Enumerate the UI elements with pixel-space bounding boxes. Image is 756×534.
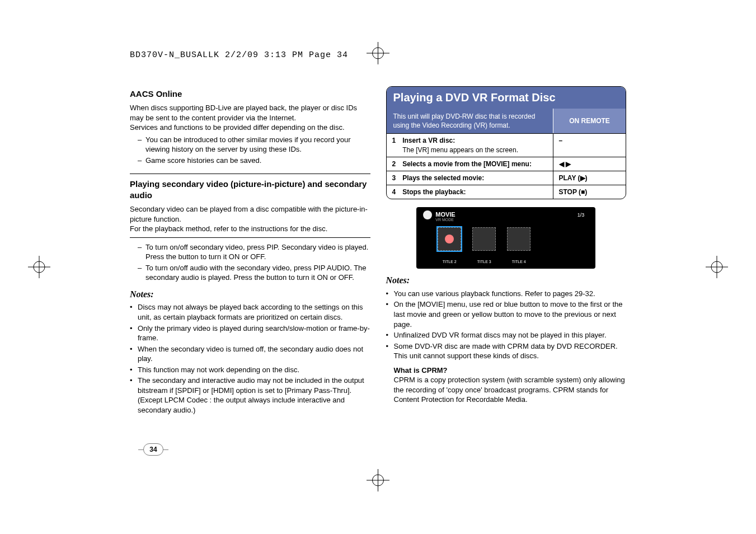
- table-row: 2 Selects a movie from the [MOVIE] menu:…: [387, 157, 626, 171]
- movie-menu-screenshot: MOVIE VR MODE 1/3 TITLE 2 TITLE 3 TITLE …: [416, 207, 595, 269]
- thumb-title: TITLE 2: [438, 259, 461, 264]
- screenshot-thumbs: [438, 227, 574, 253]
- pip-list: To turn on/off secondary video, press PI…: [130, 242, 370, 283]
- step-label-text: Selects a movie from the [MOVIE] menu:: [402, 160, 532, 168]
- note-item: Some DVD-VR disc are made with CPRM data…: [386, 341, 627, 361]
- right-column: Playing a DVD VR Format Disc This unit w…: [386, 84, 627, 419]
- steps-table: 1 Insert a VR disc: The [VR] menu appear…: [387, 133, 626, 199]
- screenshot-subtitle: VR MODE: [435, 217, 454, 222]
- table-row: 3 Plays the selected movie: PLAY (▶): [387, 171, 626, 185]
- step-remote: STOP (■): [553, 185, 626, 199]
- heading-aacs: AACS Online: [130, 88, 370, 100]
- step-sub: The [VR] menu appears on the screen.: [402, 146, 547, 154]
- step-remote: PLAY (▶): [553, 171, 626, 185]
- screenshot-pager: 1/3: [577, 212, 585, 218]
- step-remote: –: [553, 134, 626, 157]
- thumb-icon: [472, 227, 496, 251]
- notes-list-right: You can use various playback functions. …: [386, 289, 627, 361]
- pip-p2: For the playback method, refer to the in…: [130, 224, 370, 234]
- pip-intro: Secondary video can be played from a dis…: [130, 204, 370, 238]
- notes-heading-right: Notes:: [386, 274, 627, 287]
- table-row: 1 Insert a VR disc: The [VR] menu appear…: [387, 134, 626, 157]
- aacs-list-item: Game score histories can be saved.: [138, 156, 370, 166]
- running-head: BD370V-N_BUSALLK 2/2/09 3:13 PM Page 34: [130, 50, 348, 60]
- thumb-icon: [438, 227, 461, 251]
- pip-list-item: To turn on/off audio with the secondary …: [138, 263, 370, 283]
- pip-p1: Secondary video can be played from a dis…: [130, 204, 370, 224]
- procedure-panel: Playing a DVD VR Format Disc This unit w…: [386, 86, 627, 199]
- aacs-intro: When discs supporting BD-Live are played…: [130, 103, 370, 174]
- notes-list-left: Discs may not always be played back acco…: [130, 302, 370, 415]
- note-item: Unfinalized DVD VR format discs may not …: [386, 330, 627, 340]
- note-item: Only the primary video is played during …: [130, 324, 370, 343]
- note-item: You can use various playback functions. …: [386, 289, 627, 299]
- aacs-p1: When discs supporting BD-Live are played…: [130, 103, 370, 123]
- thumb-title: TITLE 4: [507, 259, 530, 264]
- step-label: Stops the playback:: [397, 185, 553, 199]
- step-index: 4: [387, 185, 397, 199]
- disc-icon: [423, 210, 432, 219]
- page-number: 34: [143, 443, 163, 456]
- table-row: 4 Stops the playback: STOP (■): [387, 185, 626, 199]
- left-column: AACS Online When discs supporting BD-Liv…: [130, 84, 370, 419]
- step-label-text: Stops the playback:: [402, 188, 466, 196]
- heading-pip: Playing secondary video (picture-in-pict…: [130, 179, 370, 202]
- screenshot-titles: TITLE 2 TITLE 3 TITLE 4: [438, 259, 574, 264]
- panel-title: Playing a DVD VR Format Disc: [387, 87, 626, 109]
- thumb-icon: [507, 227, 530, 251]
- panel-on-remote: ON REMOTE: [553, 109, 626, 133]
- aacs-p2: Services and functions to be provided di…: [130, 123, 370, 133]
- panel-sub-text: This unit will play DVD-RW disc that is …: [387, 109, 553, 133]
- step-label-text: Insert a VR disc:: [402, 137, 455, 144]
- cprm-heading: What is CPRM?: [394, 366, 627, 376]
- note-item: Discs may not always be played back acco…: [130, 302, 370, 322]
- step-label: Plays the selected movie:: [397, 171, 553, 185]
- step-index: 1: [387, 134, 397, 157]
- content-area: AACS Online When discs supporting BD-Liv…: [130, 84, 626, 419]
- aacs-list: You can be introduced to other similar m…: [130, 135, 370, 166]
- svg-point-0: [373, 48, 384, 59]
- panel-subhead: This unit will play DVD-RW disc that is …: [387, 109, 626, 133]
- notes-heading-left: Notes:: [130, 288, 370, 301]
- step-remote: ◀ ▶: [553, 157, 626, 171]
- aacs-list-item: You can be introduced to other similar m…: [138, 135, 370, 154]
- step-index: 2: [387, 157, 397, 171]
- cprm-body: CPRM is a copy protection system (with s…: [394, 375, 627, 405]
- note-item: This function may not work depending on …: [130, 365, 370, 375]
- step-label: Selects a movie from the [MOVIE] menu:: [397, 157, 553, 171]
- cprm-block: What is CPRM? CPRM is a copy protection …: [386, 366, 627, 405]
- svg-point-3: [373, 475, 384, 486]
- thumb-title: TITLE 3: [472, 259, 496, 264]
- note-item: On the [MOVIE] menu, use red or blue but…: [386, 299, 627, 329]
- note-item: The secondary and interactive audio may …: [130, 376, 370, 415]
- svg-point-9: [711, 261, 722, 273]
- note-item: When the secondary video is turned off, …: [130, 344, 370, 364]
- pip-list-item: To turn on/off secondary video, press PI…: [138, 242, 370, 262]
- step-index: 3: [387, 171, 397, 185]
- step-label-text: Plays the selected movie:: [402, 174, 484, 182]
- step-label: Insert a VR disc: The [VR] menu appears …: [397, 134, 553, 157]
- svg-point-6: [34, 261, 45, 273]
